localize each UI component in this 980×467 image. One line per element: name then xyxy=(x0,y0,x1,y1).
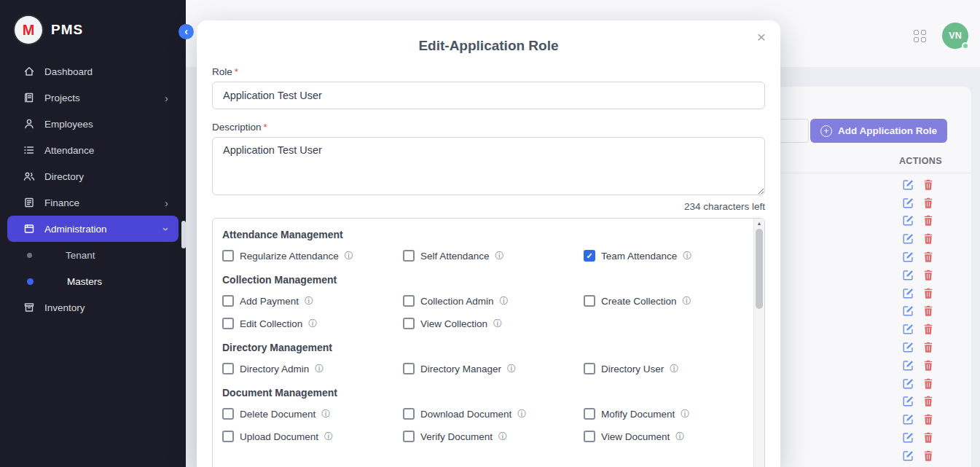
permission-item: ✓Download Documentⓘ xyxy=(403,408,584,420)
sidebar-item-label: Inventory xyxy=(44,302,85,313)
checkbox-team-attendance[interactable]: ✓ xyxy=(584,250,595,262)
permission-label: Collection Admin xyxy=(420,296,494,307)
projects-icon xyxy=(23,92,35,103)
inventory-icon xyxy=(23,302,35,313)
sidebar-scroll-indicator xyxy=(181,221,186,248)
permission-label: Directory Manager xyxy=(420,364,501,374)
logo-icon: M xyxy=(15,16,42,44)
permission-grid: ✓Regularize Attendanceⓘ✓Self Attendanceⓘ… xyxy=(222,250,742,262)
permission-label: Download Document xyxy=(420,409,511,420)
permission-item: ✓Self Attendanceⓘ xyxy=(403,250,584,262)
sidebar-item-directory[interactable]: Directory xyxy=(7,163,179,189)
info-icon[interactable]: ⓘ xyxy=(500,297,509,305)
sidebar-collapse-button[interactable]: ‹ xyxy=(179,24,194,39)
admin-icon xyxy=(23,223,35,235)
checkbox-add-payment[interactable]: ✓ xyxy=(222,295,234,307)
permission-section-title: Directory Management xyxy=(222,342,742,353)
permission-grid: ✓Delete Documentⓘ✓Download Documentⓘ✓Mof… xyxy=(222,408,742,442)
info-icon[interactable]: ⓘ xyxy=(493,319,502,328)
info-icon[interactable]: ⓘ xyxy=(675,432,684,441)
sidebar-subitem-masters[interactable]: Masters xyxy=(7,268,179,294)
checkbox-view-document[interactable]: ✓ xyxy=(584,431,595,442)
sidebar-item-label: Projects xyxy=(44,93,80,103)
permission-label: Edit Collection xyxy=(240,318,302,329)
checkbox-collection-admin[interactable]: ✓ xyxy=(403,295,415,307)
permission-item: ✓Add Paymentⓘ xyxy=(222,295,403,307)
sidebar-item-finance[interactable]: Finance› xyxy=(7,189,179,216)
permission-label: Create Collection xyxy=(601,296,677,307)
info-icon[interactable]: ⓘ xyxy=(683,297,691,305)
sidebar-item-administration[interactable]: Administration› xyxy=(7,216,179,242)
sidebar-item-projects[interactable]: Projects› xyxy=(7,85,179,111)
info-icon[interactable]: ⓘ xyxy=(670,364,678,373)
checkbox-upload-document[interactable]: ✓ xyxy=(222,431,234,442)
permission-item: ✓Directory Adminⓘ xyxy=(222,363,403,374)
description-label: Description* xyxy=(212,122,765,133)
checkbox-edit-collection[interactable]: ✓ xyxy=(222,318,234,329)
info-icon[interactable]: ⓘ xyxy=(345,251,353,260)
sidebar-item-dashboard[interactable]: Dashboard xyxy=(7,58,179,85)
role-label-text: Role xyxy=(212,66,232,77)
permission-section-title: Attendance Management xyxy=(222,229,742,240)
permission-item: ✓Mofify Documentⓘ xyxy=(584,408,742,420)
checkbox-self-attendance[interactable]: ✓ xyxy=(403,250,415,262)
permission-item: ✓Team Attendanceⓘ xyxy=(584,250,742,262)
info-icon[interactable]: ⓘ xyxy=(517,409,526,418)
sidebar-item-label: Attendance xyxy=(44,145,94,156)
permission-section: Collection Management✓Add Paymentⓘ✓Colle… xyxy=(222,274,742,329)
checkbox-directory-user[interactable]: ✓ xyxy=(584,363,595,374)
permission-label: View Collection xyxy=(420,318,487,329)
checkbox-delete-document[interactable]: ✓ xyxy=(222,408,234,420)
list-icon xyxy=(23,144,35,156)
sidebar-item-inventory[interactable]: Inventory xyxy=(7,294,179,321)
checkbox-create-collection[interactable]: ✓ xyxy=(584,295,595,307)
permission-item: ✓Regularize Attendanceⓘ xyxy=(222,250,403,262)
scrollbar[interactable]: ▲ ▼ xyxy=(753,219,764,467)
permission-section-title: Collection Management xyxy=(222,274,742,286)
info-icon[interactable]: ⓘ xyxy=(315,364,324,373)
people-icon xyxy=(23,170,35,182)
permission-item: ✓Delete Documentⓘ xyxy=(222,408,403,420)
role-input[interactable] xyxy=(212,82,765,109)
edit-application-role-modal: Edit-Application Role × Role* Descriptio… xyxy=(197,20,780,467)
checkbox-directory-manager[interactable]: ✓ xyxy=(403,363,415,374)
info-icon[interactable]: ⓘ xyxy=(308,319,317,328)
sidebar-item-attendance[interactable]: Attendance xyxy=(7,137,179,163)
checkbox-directory-admin[interactable]: ✓ xyxy=(222,363,234,374)
sidebar-subitem-tenant[interactable]: Tenant xyxy=(7,242,179,268)
role-label: Role* xyxy=(212,66,765,77)
info-icon[interactable]: ⓘ xyxy=(321,409,330,418)
checkbox-mofify-document[interactable]: ✓ xyxy=(584,408,595,420)
info-icon[interactable]: ⓘ xyxy=(507,364,516,373)
info-icon[interactable]: ⓘ xyxy=(305,297,313,305)
info-icon[interactable]: ⓘ xyxy=(495,251,504,260)
permission-item: ✓Verify Documentⓘ xyxy=(403,431,584,442)
sidebar-item-employees[interactable]: Employees xyxy=(7,111,179,137)
permission-label: Directory Admin xyxy=(240,364,309,374)
permission-label: Directory User xyxy=(601,364,664,374)
info-icon[interactable]: ⓘ xyxy=(324,432,333,441)
checkbox-view-collection[interactable]: ✓ xyxy=(403,318,415,329)
permission-grid: ✓Add Paymentⓘ✓Collection Adminⓘ✓Create C… xyxy=(222,295,742,329)
close-icon[interactable]: × xyxy=(754,26,769,47)
permissions-panel: Attendance Management✓Regularize Attenda… xyxy=(212,218,765,467)
bullet-icon xyxy=(27,278,34,285)
description-textarea[interactable]: Application Test User xyxy=(212,137,765,195)
permission-section-title: Document Management xyxy=(222,387,742,399)
scroll-up-icon[interactable]: ▲ xyxy=(754,221,764,226)
info-icon[interactable]: ⓘ xyxy=(683,251,691,260)
sidebar-subitem-label: Tenant xyxy=(66,250,95,261)
checkbox-verify-document[interactable]: ✓ xyxy=(403,431,415,442)
permission-section: Document Management✓Delete Documentⓘ✓Dow… xyxy=(222,387,742,442)
scrollbar-thumb[interactable] xyxy=(756,229,763,309)
required-asterisk: * xyxy=(264,122,267,133)
app-logo: M PMS xyxy=(0,0,186,54)
info-icon[interactable]: ⓘ xyxy=(498,432,507,441)
permission-item: ✓Upload Documentⓘ xyxy=(222,431,403,442)
checkbox-regularize-attendance[interactable]: ✓ xyxy=(222,250,234,262)
sidebar-item-label: Finance xyxy=(44,197,79,208)
checkbox-download-document[interactable]: ✓ xyxy=(403,408,415,420)
permission-label: Verify Document xyxy=(420,431,493,442)
home-icon xyxy=(23,66,35,77)
info-icon[interactable]: ⓘ xyxy=(681,409,689,418)
